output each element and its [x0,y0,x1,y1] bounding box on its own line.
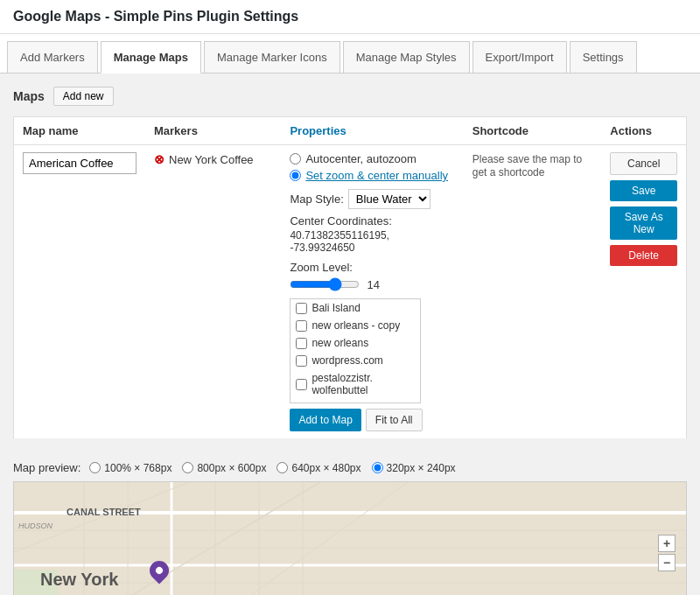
map-pin [150,561,169,585]
coordinates-value: 40.71382355116195, -73.99324650 [290,229,454,254]
radio-autocenter[interactable] [290,153,301,164]
zoom-value: 14 [367,278,379,291]
map-name-cell [14,145,146,439]
preview-radio-0[interactable] [89,462,101,473]
col-header-properties: Properties [281,117,463,145]
preview-section: Map preview: 100% × 768px 800px × 600px … [0,452,700,595]
preview-radio-3[interactable] [372,462,383,473]
new-york-label: New York [40,570,118,590]
shortcode-cell: Please save the map to get a shortcode [464,145,602,439]
map-pin-inner [145,556,172,584]
preview-option-3: 320px × 240px [372,462,456,474]
cancel-button[interactable]: Cancel [610,152,677,175]
marker-checkbox-0[interactable] [296,303,307,314]
radio-autocenter-label: Autocenter, autozoom [305,152,416,165]
marker-list-box[interactable]: Bali Island new orleans - copy new orlea… [290,298,421,403]
map-zoom-out-button[interactable]: − [658,554,676,571]
radio-manual[interactable] [290,170,301,181]
actions-cell: Cancel Save Save As New Delete [601,145,686,439]
map-name-input[interactable] [23,152,136,174]
maps-table: Map name Markers Properties Shortcode Ac… [13,116,687,439]
fit-to-all-button[interactable]: Fit to All [366,409,423,431]
preview-option-1: 800px × 600px [182,462,266,474]
preview-radio-2[interactable] [276,462,288,473]
marker-checkbox-1[interactable] [296,320,307,332]
list-item: new orleans - copy [290,317,420,334]
preview-radio-group: 100% × 768px 800px × 600px 640px × 480px… [89,462,455,474]
add-to-map-button[interactable]: Add to Map [290,409,360,431]
tab-manage-marker-icons[interactable]: Manage Marker Icons [204,41,340,73]
map-preview: CANAL STREET New York TWO BRIDGES HUDSON… [13,481,687,595]
list-item: pestalozzistr. wolfenbuttel [290,369,420,399]
zoom-label: Zoom Level: [290,261,353,274]
col-header-shortcode: Shortcode [464,117,602,145]
coordinates-label: Center Coordinates: [290,214,454,228]
zoom-slider-row: 14 [290,277,454,291]
map-pin-dot [154,565,164,575]
preview-radio-1[interactable] [182,462,193,473]
tab-manage-maps[interactable]: Manage Maps [101,41,201,74]
tab-add-markers[interactable]: Add Markers [7,41,98,73]
marker-checkbox-2[interactable] [296,338,307,349]
delete-button[interactable]: Delete [610,245,677,266]
marker-checkbox-4[interactable] [296,379,307,390]
preview-label: Map preview: 100% × 768px 800px × 600px … [13,461,687,474]
map-style-label: Map Style: [290,192,343,206]
section-label: Maps [13,89,45,103]
markers-cell: ⊗ New York Coffee [145,145,281,439]
page-wrapper: Google Maps - Simple Pins Plugin Setting… [0,0,700,595]
map-zoom-in-button[interactable]: + [658,535,676,552]
tab-export-import[interactable]: Export/Import [472,41,567,73]
canal-street-label: CANAL STREET [66,507,141,517]
page-title: Google Maps - Simple Pins Plugin Setting… [0,0,700,34]
col-header-actions: Actions [601,117,686,145]
remove-marker-icon[interactable]: ⊗ [154,152,164,166]
list-item: wordpress.com [290,352,420,369]
nav-tabs: Add Markers Manage Maps Manage Marker Ic… [0,34,700,74]
marker-label: New York Coffee [169,153,254,166]
marker-checkbox-3[interactable] [296,355,307,367]
radio-manual-label[interactable]: Set zoom & center manually [305,169,448,182]
save-as-new-button[interactable]: Save As New [610,206,677,240]
preview-option-0: 100% × 768px [89,462,172,474]
marker-list-container: Bali Island new orleans - copy new orlea… [290,298,454,431]
radio-row-autocenter: Autocenter, autozoom [290,152,454,165]
save-button[interactable]: Save [610,180,677,201]
list-item: Bali Island [290,299,420,317]
action-buttons: Cancel Save Save As New Delete [610,152,677,266]
section-header: Maps Add new [13,87,687,106]
add-new-button[interactable]: Add new [53,87,114,106]
map-style-row: Map Style: Blue Water [290,189,454,209]
list-item: new orleans [290,334,420,352]
map-style-select[interactable]: Blue Water [348,189,430,209]
zoom-row: Zoom Level: [290,261,454,274]
radio-row-manual: Set zoom & center manually [290,169,454,182]
content-area: Maps Add new Map name Markers Properties… [0,74,700,452]
marker-list-actions: Add to Map Fit to All [290,409,454,431]
radio-group: Autocenter, autozoom Set zoom & center m… [290,152,454,182]
col-header-markers: Markers [145,117,281,145]
zoom-slider[interactable] [290,277,360,291]
properties-cell: Autocenter, autozoom Set zoom & center m… [281,145,463,439]
col-header-mapname: Map name [14,117,146,145]
hudson-label: HUDSON [18,522,52,530]
table-row: ⊗ New York Coffee Autocenter, autozoom [14,145,687,439]
tab-manage-map-styles[interactable]: Manage Map Styles [343,41,470,73]
preview-option-2: 640px × 480px [276,462,360,474]
shortcode-message: Please save the map to get a shortcode [472,153,582,178]
marker-item: ⊗ New York Coffee [154,152,272,166]
tab-settings[interactable]: Settings [570,41,637,73]
